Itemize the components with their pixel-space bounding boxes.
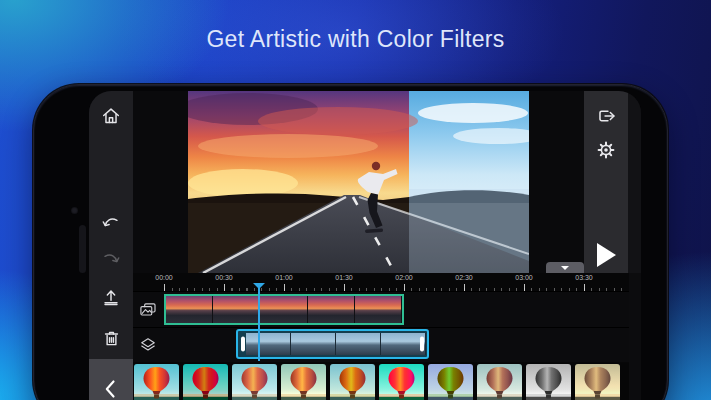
filter-item-crescent[interactable]: Crescent	[134, 364, 179, 400]
settings-button[interactable]	[584, 133, 628, 167]
video-clip-thumbnail	[308, 296, 355, 323]
video-track-row	[133, 291, 629, 328]
right-gap	[628, 91, 641, 273]
phone-mockup: 00:0000:3001:0001:3002:0002:3003:0003:30	[33, 84, 668, 400]
ruler-timestamp: 03:00	[515, 274, 533, 281]
speaker-slot	[79, 225, 86, 273]
ruler-timestamp: 02:30	[455, 274, 473, 281]
left-toolbar	[89, 91, 133, 400]
filter-thumbnail	[330, 364, 375, 400]
filter-thumbnail	[575, 364, 620, 400]
export-icon	[595, 105, 618, 128]
filter-clip-thumbnails	[246, 333, 426, 355]
back-button[interactable]	[89, 359, 133, 400]
front-camera-icon	[71, 207, 78, 214]
layers-icon	[135, 328, 161, 362]
undo-icon	[100, 213, 122, 235]
filter-item-modern[interactable]: Modern	[379, 364, 424, 400]
filter-item-bloom[interactable]: Bloom	[183, 364, 228, 400]
upload-icon	[100, 287, 122, 309]
video-clip-thumbnail	[213, 296, 260, 323]
skater-preview-image	[188, 91, 529, 273]
undo-button[interactable]	[89, 207, 133, 241]
home-button[interactable]	[89, 99, 133, 133]
effect-track-row	[133, 327, 629, 362]
filter-thumbnail	[526, 364, 571, 400]
filter-item-ochre[interactable]: Ochre	[575, 364, 620, 400]
ruler-ticks	[133, 284, 629, 291]
video-clip-thumbnail	[260, 296, 307, 323]
filter-thumbnail	[281, 364, 326, 400]
filter-item-matte[interactable]: Matte	[428, 364, 473, 400]
filter-item-noir[interactable]: Noir	[526, 364, 571, 400]
timeline-collapse-button[interactable]	[546, 262, 584, 273]
banner-title: Get Artistic with Color Filters	[0, 26, 711, 53]
filter-thumbnail	[379, 364, 424, 400]
delete-button[interactable]	[89, 321, 133, 355]
playhead-line[interactable]	[258, 287, 260, 361]
play-button[interactable]	[597, 243, 616, 267]
chevron-left-icon	[101, 377, 121, 400]
produce-button[interactable]	[584, 99, 628, 133]
filter-item-nostalgia[interactable]: Nostalgia	[330, 364, 375, 400]
trash-icon	[101, 328, 122, 349]
trim-handle-right[interactable]	[420, 337, 424, 352]
filter-thumbnail	[183, 364, 228, 400]
filter-item-memory[interactable]: Memory	[477, 364, 522, 400]
video-preview-frame[interactable]	[188, 91, 529, 273]
editor-app-screen: 00:0000:3001:0001:3002:0002:3003:0003:30	[89, 91, 641, 400]
gear-icon	[594, 138, 618, 162]
filter-thumbnail	[428, 364, 473, 400]
trim-handle-left[interactable]	[241, 337, 245, 352]
filter-thumbnail	[134, 364, 179, 400]
filter-strip: Crescent Bloom Hippie Coffee	[133, 363, 629, 400]
filter-clip-selected[interactable]	[236, 329, 429, 359]
filter-thumbnail	[232, 364, 277, 400]
video-clip-thumbnail	[355, 296, 402, 323]
upload-button[interactable]	[89, 281, 133, 315]
ruler-timestamp: 00:30	[215, 274, 233, 281]
ruler-timestamp: 03:30	[575, 274, 593, 281]
filter-clip-thumbnail	[291, 333, 336, 355]
chevron-down-icon	[561, 266, 569, 270]
ruler-timestamp: 02:00	[395, 274, 413, 281]
ruler-timestamp: 01:30	[335, 274, 353, 281]
filter-item-hippie[interactable]: Hippie	[232, 364, 277, 400]
home-icon	[100, 105, 122, 127]
filter-clip-thumbnail	[246, 333, 291, 355]
promo-banner: Get Artistic with Color Filters	[0, 0, 711, 400]
redo-icon	[100, 249, 122, 271]
filter-thumbnail	[477, 364, 522, 400]
filter-clip-thumbnail	[336, 333, 381, 355]
video-clip[interactable]	[164, 294, 404, 325]
filter-item-coffee[interactable]: Coffee	[281, 364, 326, 400]
ruler-timestamp: 00:00	[155, 274, 173, 281]
video-preview-area	[133, 91, 584, 273]
ruler-timestamp: 01:00	[275, 274, 293, 281]
media-track-icon	[135, 292, 161, 328]
redo-button[interactable]	[89, 243, 133, 277]
video-clip-thumbnail	[166, 296, 213, 323]
